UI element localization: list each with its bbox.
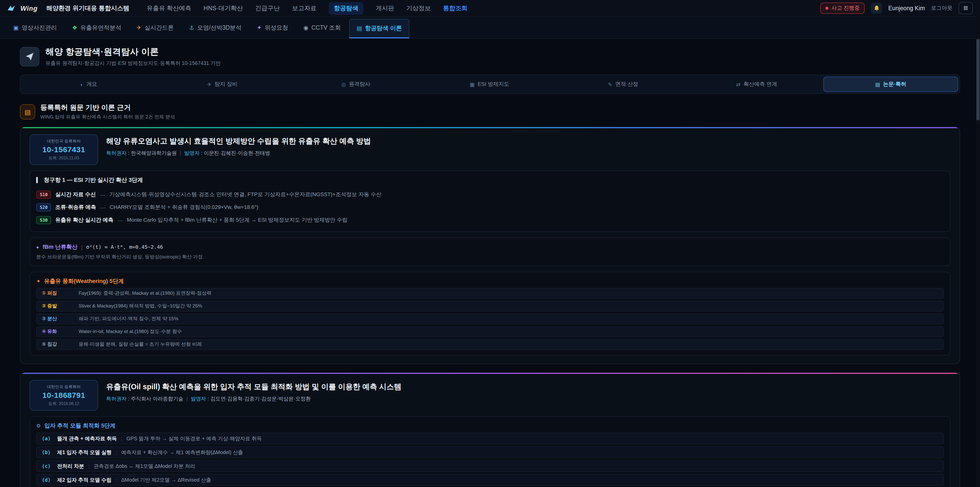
subnav-tab-aerial-theory[interactable]: ▤항공탐색 이론 (349, 19, 409, 38)
step-badge: (d) (42, 477, 53, 483)
theory-tab-label: 확산예측 연계 (743, 81, 777, 88)
patent2-header: 대한민국 등록특허 10-1868791 등록: 2018.06.12 유출유(… (30, 380, 950, 410)
patent1-header: 대한민국 등록특허 10-1567431 등록: 2015.11.03 해양 유… (30, 134, 950, 165)
nav-item-reports[interactable]: 보고자료 (292, 4, 317, 13)
hamburger-menu-icon[interactable]: ≡ (959, 2, 973, 14)
page-header: 해양 항공탐색·원격탐사 이론 유출유 원격탐지·항공감시 기법·ESI 방제정… (20, 46, 960, 67)
weathering-row: ③ 분산쇄파 기반, 파도에너지·액적 침수, 전체 약 15% (36, 314, 944, 324)
nav-item-spill-prediction[interactable]: 유출유 확산예측 (147, 4, 191, 13)
step-name: 전처리 차분 (57, 463, 84, 469)
fbm-dot-icon: ● (36, 244, 39, 249)
notification-bell-icon[interactable] (871, 3, 882, 14)
weathering-row: ① 퍼짐Fay(1969): 중력-관성력, Mackay et al.(198… (36, 288, 944, 299)
step-badge: (c) (42, 463, 53, 469)
step-desc: 예측자료 + 확산계수 → 제1 예측변화량(ΔModel) 산출 (121, 449, 243, 456)
theory-tab-prediction-link[interactable]: ⇄확산예측 연계 (690, 77, 823, 92)
subnav-tab-realtime-drone[interactable]: ✈실시간드론 (130, 17, 181, 38)
patent2-title: 유출유(Oil spill) 확산 예측을 위한 입자 추적 모듈 최적화 방법… (106, 382, 401, 392)
theory-tab-papers-patents[interactable]: ▤논문·특허 (824, 77, 958, 92)
weathering-icon: ✦ (36, 278, 41, 284)
subnav-tab-satellite-request[interactable]: ✦위성요청 (250, 17, 295, 38)
weathering-stage: ① 퍼짐 (42, 290, 79, 297)
page-title: 해양 항공탐색·원격탐사 이론 (45, 46, 221, 58)
inventors-value: 김도연·김용혁·김종기·김성운·박상윤·오정환 (210, 396, 310, 401)
user-name: Eunjeong Kim (888, 5, 925, 11)
step-desc: 관측경로 Δobs ↔ 제1모델 ΔModel 차분 처리 (94, 463, 195, 469)
weathering-desc: Water-in-oil, Mackay et al.(1980) 점도·수분 … (79, 329, 182, 335)
subnav-tab-ship-3d-analysis[interactable]: ⚓오염/선박3D분석 (182, 17, 249, 38)
step-badge: (a) (42, 436, 53, 441)
step-badge: S10 (36, 190, 51, 198)
app-logo: Wing (21, 4, 38, 12)
logout-button[interactable]: 로그아웃 (931, 5, 953, 12)
weathering-desc: Stiver & Mackay(1984) 해석적 방법, 수일~10일간 약 … (79, 303, 202, 310)
optimization-step-row: (c) 전처리 차분 : 관측경로 Δobs ↔ 제1모델 ΔModel 차분 … (36, 460, 944, 472)
main-content: 해양 항공탐색·원격탐사 이론 유출유 원격탐지·항공감시 기법·ESI 방제정… (0, 39, 980, 487)
app-window: Wing 해양환경 위기대응 통합시스템 유출유 확산예측 HNS·대기확산 긴… (0, 0, 980, 487)
patent-reg-date: 등록: 2015.11.03 (35, 155, 92, 161)
overview-icon: ◐ (80, 81, 83, 87)
step-name: 제1 입자 추적 모델 실행 (57, 449, 111, 456)
book-icon: ▤ (20, 104, 35, 120)
step-name: 실시간 자료 수신 (56, 191, 96, 198)
step-badge: (b) (42, 449, 53, 455)
inventors-label: 발명자 (184, 150, 200, 156)
subnav-tab-area-analysis[interactable]: ❖유출유면적분석 (65, 17, 129, 38)
nav-item-hns-dispersion[interactable]: HNS·대기확산 (204, 4, 243, 13)
claim-step-row: S20 조류·취송류 예측 — CHARRY모델 조화분석 + 취송류 경험식(… (36, 201, 944, 214)
theory-tab-remote-sensing[interactable]: ◎원격탐사 (289, 77, 423, 92)
ship-3d-icon: ⚓ (189, 24, 194, 31)
theory-tab-area-calculation[interactable]: ✎면적 산정 (556, 77, 690, 92)
theory-tab-equipment[interactable]: ✈탐지 장비 (156, 77, 289, 92)
theory-tab-label: ESI 방제지도 (478, 81, 509, 88)
subnav-tab-label: 항공탐색 이론 (365, 24, 402, 32)
optimization-step-row: (b) 제1 입자 추적 모델 실행 : 예측자료 + 확산계수 → 제1 예측… (36, 446, 944, 458)
subnav-tab-label: 영상사진관리 (22, 24, 57, 31)
inventors-label: 발명자 (191, 396, 206, 401)
esi-map-icon: ▦ (470, 81, 475, 87)
theory-tab-label: 논문·특허 (883, 81, 906, 88)
weathering-row: ④ 유화Water-in-oil, Mackay et al.(1980) 점도… (36, 326, 944, 337)
subnav-tab-label: 유출유면적분석 (80, 24, 121, 31)
weathering-desc: Fay(1969): 중력-관성력, Mackay et al.(1980) 표… (79, 290, 212, 297)
top-navbar: Wing 해양환경 위기대응 통합시스템 유출유 확산예측 HNS·대기확산 긴… (0, 0, 980, 17)
patent-reg-date: 등록: 2018.06.12 (35, 401, 92, 407)
topnav-right-cluster: 사고 진행중 Eunjeong Kim 로그아웃 ≡ (820, 2, 973, 14)
step-desc: 기상예측시스템·위성영상수신시스템·검조소 인터넷 연결, FTP로 기상자료+… (109, 191, 381, 198)
drone-icon: ✈ (137, 24, 142, 31)
nav-item-integrated-search[interactable]: 통합조회 (443, 4, 468, 13)
holder-label: 특허권자 (106, 396, 127, 401)
step-desc: ΔModel 기반 제2모델 → ΔRevised 산출 (121, 476, 211, 484)
claims-panel: ▍청구항 1 — ESI 기반 실시간 확산 3단계 S10 실시간 자료 수신… (30, 171, 950, 232)
subnav-tab-cctv[interactable]: ◉CCTV 조회 (296, 17, 348, 38)
section-title: 등록특허 원문 기반 이론 근거 (40, 103, 175, 112)
app-logo-icon (7, 5, 15, 11)
scrollbar-thumb[interactable] (977, 39, 980, 121)
nav-item-emergency-rescue[interactable]: 긴급구난 (255, 4, 280, 13)
step-name: 뜰개 관측 + 예측자료 취득 (57, 435, 117, 442)
subnav-tab-image-management[interactable]: ▣영상사진관리 (6, 17, 64, 38)
app-title: 해양환경 위기대응 통합시스템 (46, 4, 129, 13)
claim-step-row: S10 실시간 자료 수신 — 기상예측시스템·위성영상수신시스템·검조소 인터… (36, 188, 944, 201)
sub-navbar: ▣영상사진관리 ❖유출유면적분석 ✈실시간드론 ⚓오염/선박3D분석 ✦위성요청… (0, 17, 980, 39)
holder-value: 주식회사 아라종합기술 (131, 396, 183, 401)
nav-item-aerial-search[interactable]: 항공탐색 (329, 2, 363, 14)
section-subtitle: WING 탑재 유출유 확산예측 시스템의 특허 원문 2건 전체 분석 (40, 114, 175, 121)
nav-item-weather-info[interactable]: 기상정보 (406, 4, 431, 13)
weathering-row: ⑤ 침강용해·미생물 분해, 질량 손실률 = 초기 누유량에 선형 비례 (36, 339, 944, 350)
step-badge: S30 (36, 216, 51, 224)
vertical-scrollbar[interactable] (976, 16, 980, 487)
weathering-stage: ⑤ 침강 (42, 341, 79, 348)
theory-tab-esi-map[interactable]: ▦ESI 방제지도 (423, 77, 556, 92)
fbm-title: fBm 난류확산 (43, 243, 78, 251)
page-subtitle: 유출유 원격탐지·항공감시 기법·ESI 방제정보지도·등록특허 10-1567… (45, 60, 221, 67)
patent2-number-box: 대한민국 등록특허 10-1868791 등록: 2018.06.12 (30, 380, 98, 410)
remote-sensing-icon: ◎ (342, 81, 346, 87)
nav-item-board[interactable]: 게시판 (375, 4, 394, 13)
incident-status-badge[interactable]: 사고 진행중 (820, 3, 865, 14)
theory-tab-overview[interactable]: ◐개요 (22, 77, 156, 92)
step-desc: CHARRY모델 조화분석 + 취송류 경험식(0.029×Vw, θw+18.… (110, 204, 259, 211)
claims-title: 청구항 1 — ESI 기반 실시간 확산 3단계 (44, 176, 143, 184)
subnav-tab-label: CCTV 조회 (311, 24, 341, 31)
area-calc-icon: ✎ (608, 81, 612, 87)
